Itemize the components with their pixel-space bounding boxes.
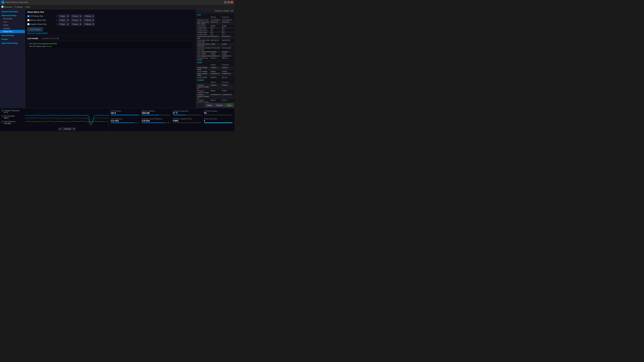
stat-gfx-freq: Processor Graphics Frequ... 0 MHz	[172, 117, 202, 124]
help-header-btn[interactable]: Help	[230, 10, 234, 12]
cpu-minutes-select[interactable]: 5 Minutes	[83, 14, 94, 18]
stat-cache-freq-bar	[142, 122, 170, 123]
sidebar-item-graphics[interactable]: Graphics	[0, 27, 25, 30]
stat-cpu-util-label: CPU Utilization	[110, 110, 139, 112]
results-log: CPU Stress Test started at 3:46 PM. The …	[27, 41, 193, 49]
window-controls: ─ □ ✕	[224, 1, 233, 3]
apply-button[interactable]: Apply	[205, 103, 214, 107]
cpu-util-label: CPU Utilization	[4, 115, 15, 117]
stat-pkg-temp-fill	[173, 115, 186, 115]
right-panel-content: Core Default Proposed Reference Clock100…	[196, 12, 234, 102]
chart-time-select[interactable]: 5 Minutes 10 Minutes 30 Minutes	[63, 127, 75, 130]
graphics-stress-row: Graphics Stress Test ℹ 0 Days 0 Hours 5 …	[27, 22, 193, 26]
sidebar-item-core[interactable]: Core	[0, 20, 25, 23]
results-section: Last results 12/1/2022 3:51:47 PM CPU St…	[25, 36, 196, 108]
core-section-header: Default Proposed	[196, 16, 234, 18]
cpu-stress-label: CPU Stress Test	[30, 15, 43, 17]
stat-core-count-bar	[204, 122, 232, 123]
graphics-days-select[interactable]: 0 Days	[58, 22, 70, 26]
rp-row-turbo-short2: Turbo Boost Short Power Ma...EnableEnabl…	[196, 43, 234, 47]
monitor-icon: 📊	[1, 6, 4, 8]
settings-nav[interactable]: ⚙ Settings	[14, 6, 23, 8]
results-datetime: 12/1/2022 3:51:47 PM	[42, 37, 59, 39]
chart-pause-button[interactable]: ⏸	[58, 128, 62, 130]
cpu-util-dot	[2, 115, 3, 117]
rp-gfx-volt-mode: Processor Graphics Voltage M...AdaptiveA…	[196, 84, 234, 90]
stat-cache-freq-fill	[142, 122, 164, 123]
package-temp-dot	[2, 110, 3, 111]
content-area: Select Stress Test CPU Stress Test ℹ 0 D…	[25, 9, 196, 108]
memory-minutes-select[interactable]: 5 Minutes	[83, 18, 94, 22]
monitoring-nav[interactable]: 📊 Monitoring	[1, 6, 12, 8]
stat-pkg-temp-label: Package Temperature	[173, 110, 202, 112]
results-header: Last results 12/1/2022 3:51:47 PM	[27, 37, 193, 39]
stat-cache-freq: Processor Cache Frequency 3.20 GHz	[141, 117, 171, 124]
rp-gfx-volt: Processor Graphics VoltageDefaultDefault	[196, 90, 234, 93]
stat-cpu-util-fill	[110, 115, 139, 115]
how-tested-link[interactable]: How is my system tested?	[27, 32, 48, 34]
cpu-hours-select[interactable]: 0 Hours	[71, 14, 82, 18]
legend-cpu-util: CPU Utilization 100 %	[2, 115, 23, 119]
cpu-stress-row: CPU Stress Test ℹ 0 Days 0 Hours 5 Minut…	[27, 14, 193, 18]
graphics-stress-checkbox[interactable]	[27, 23, 30, 25]
sidebar-section-advanced: Advanced Tuning	[0, 13, 25, 17]
memory-stress-checkbox[interactable]	[27, 19, 30, 21]
stat-gfx-freq-value: 0 MHz	[173, 120, 202, 122]
cpu-util-value: 100 %	[4, 117, 15, 119]
help-nav[interactable]: ? Help	[25, 6, 30, 8]
stats-panel: CPU Utilization 100 % Memory Utilization…	[109, 108, 234, 131]
stat-cpu-util: CPU Utilization 100 %	[110, 110, 140, 116]
sidebar-item-cache[interactable]: Cache	[0, 23, 25, 27]
rp-row-2active: 2 Active Cores36 x36 x	[196, 29, 234, 31]
stat-thermal: Thermal Throttling 0%	[203, 110, 233, 116]
stat-core-freq-value: 3.31 GHz	[110, 120, 139, 122]
close-button[interactable]: ✕	[230, 1, 233, 3]
sidebar-section-app-profile: App-Profile Pairing	[0, 41, 25, 45]
stat-gfx-freq-label: Processor Graphics Frequ...	[173, 118, 202, 120]
sidebar-item-all-controls[interactable]: All Controls	[0, 17, 25, 20]
stat-pkg-temp-bar	[173, 115, 202, 115]
cache-section-header: Default Proposed	[196, 63, 234, 66]
memory-hours-select[interactable]: 0 Hours	[71, 18, 82, 22]
rp-cache-iccmax: Cache IccMax255.00 A255.00 A	[196, 76, 234, 78]
graphics-stress-checkbox-group: Graphics Stress Test	[27, 23, 55, 25]
sidebar-item-stress-test[interactable]: Stress Test	[0, 30, 25, 33]
settings-header-btn[interactable]: Settings	[223, 10, 229, 12]
monitoring-header-btn[interactable]: Monitoring	[215, 10, 222, 12]
sidebar-section-benchmarking: Benchmarking	[0, 33, 25, 37]
stat-core-freq-fill	[110, 122, 134, 123]
rp-row-core-volt-offset: Core Voltage Offset0.000000 mV0.000000 m…	[196, 55, 234, 57]
graphics-stress-info-icon[interactable]: ℹ	[56, 23, 57, 25]
right-panel: Monitoring Settings Help Core Default Pr…	[196, 9, 234, 108]
save-button[interactable]: Save	[225, 103, 234, 107]
stress-test-title: Select Stress Test	[27, 11, 193, 13]
cpu-stress-checkbox[interactable]	[27, 15, 30, 17]
package-temp-label: Package Temperature	[4, 110, 20, 112]
stat-thermal-value: 0%	[204, 112, 232, 114]
log-line1: CPU Stress Test started at 3:46 PM.	[29, 42, 192, 45]
rp-cache-volt: Cache VoltageDefaultDefault	[196, 70, 234, 72]
stat-cache-freq-label: Processor Cache Frequency	[142, 118, 170, 120]
rp-row-ref-clock: Reference Clock100.000000 M100.000000 M	[196, 19, 234, 21]
graphics-stress-label: Graphics Stress Test	[30, 23, 46, 25]
sidebar-section-system-info: System Information	[0, 9, 25, 13]
rp-row-turbo-short: Turbo Boost Short Power Max4090.000 W409…	[196, 39, 234, 43]
maximize-button[interactable]: □	[227, 1, 230, 3]
discard-button[interactable]: Discard	[214, 103, 224, 107]
rp-row-4active: 4 Active Cores33 x34 x	[196, 33, 234, 35]
core-section-title: Core	[196, 13, 234, 16]
cpu-days-select[interactable]: 0 Days	[58, 14, 70, 18]
memory-stress-info-icon[interactable]: ℹ	[56, 19, 57, 21]
stat-pkg-temp-value: 47 °C	[173, 112, 202, 114]
rp-row-1active: 1 Active Core36 x36 x	[196, 27, 234, 29]
legend-core-freq: Core Frequency 3.31 GHz	[2, 120, 23, 124]
start-testing-button[interactable]: Start Testing	[27, 27, 43, 31]
rp-row-proc-iccmax: Processor Core IccMax255.00 A255.00 A	[196, 57, 234, 61]
graphics-minutes-select[interactable]: 5 Minutes	[83, 22, 94, 26]
cpu-stress-info-icon[interactable]: ℹ	[56, 15, 57, 17]
graphics-hours-select[interactable]: 0 Hours	[71, 22, 82, 26]
minimize-button[interactable]: ─	[224, 1, 227, 3]
core-freq-dot	[2, 121, 3, 122]
monitoring-legend: Package Temperature 47 °C CPU Utilizatio…	[0, 108, 25, 131]
memory-days-select[interactable]: 0 Days	[58, 18, 70, 22]
